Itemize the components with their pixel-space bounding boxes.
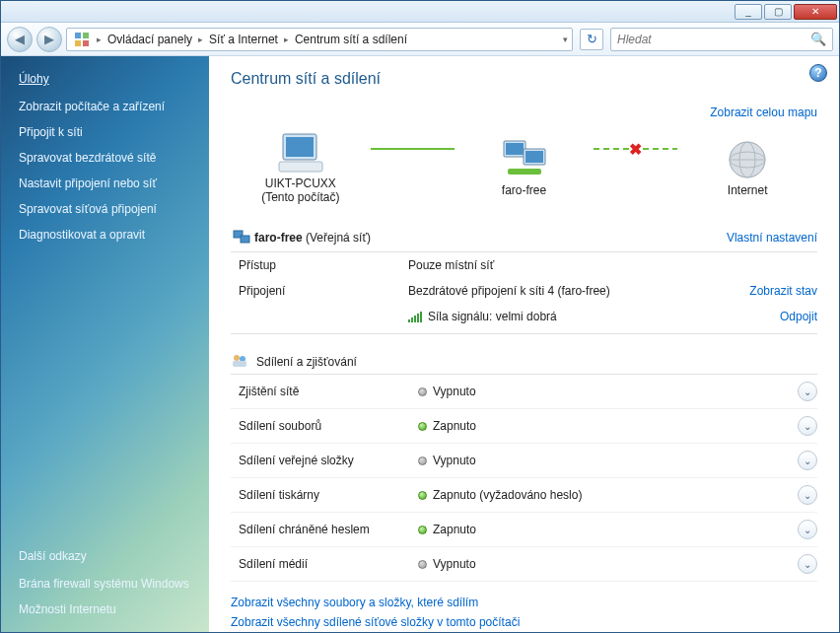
view-full-map-link[interactable]: Zobrazit celou mapu xyxy=(710,106,817,119)
back-button[interactable]: ◀ xyxy=(7,27,33,52)
customize-link[interactable]: Vlastní nastavení xyxy=(727,231,817,245)
sidebar-item[interactable]: Nastavit připojení nebo síť xyxy=(1,171,209,196)
svg-point-18 xyxy=(234,355,240,361)
help-icon[interactable]: ? xyxy=(809,64,827,82)
error-x-icon: ✖ xyxy=(628,141,644,157)
chevron-down-icon: ⌄ xyxy=(804,456,811,466)
network-name: faro-free (Veřejná síť) xyxy=(254,231,371,245)
sharing-row: Sdílení veřejné složkyVypnuto⌄ xyxy=(231,444,817,478)
computer-icon xyxy=(273,129,328,176)
sharing-key: Sdílení tiskárny xyxy=(231,488,418,502)
sidebar-item[interactable]: Diagnostikovat a opravit xyxy=(1,222,209,247)
expand-button[interactable]: ⌄ xyxy=(798,382,817,401)
status-off-icon xyxy=(418,457,427,465)
chevron-right-icon[interactable]: ▸ xyxy=(196,35,205,44)
sharing-value: Zapnuto (vyžadováno heslo) xyxy=(433,488,582,502)
maximize-button[interactable]: ▢ xyxy=(764,4,792,20)
expand-button[interactable]: ⌄ xyxy=(798,520,817,539)
expand-button[interactable]: ⌄ xyxy=(798,554,817,574)
titlebar: _ ▢ ✕ xyxy=(1,1,839,23)
search-icon[interactable]: 🔍 xyxy=(810,32,826,46)
sharing-key: Zjištění sítě xyxy=(231,385,418,398)
minimize-button[interactable]: _ xyxy=(735,4,762,20)
network-icon xyxy=(497,136,552,183)
sharing-value: Zapnuto xyxy=(433,523,476,536)
network-section: faro-free (Veřejná síť) Vlastní nastaven… xyxy=(231,224,817,334)
show-shared-folders-link[interactable]: Zobrazit všechny sdílené síťové složky v… xyxy=(231,615,817,629)
refresh-button[interactable]: ↻ xyxy=(580,29,603,50)
sharing-key: Sdílení souborů xyxy=(231,419,418,433)
view-status-link[interactable]: Zobrazit stav xyxy=(749,284,817,298)
breadcrumb[interactable]: Ovládací panely xyxy=(104,29,196,50)
map-node-label: UIKT-PCUXX xyxy=(265,176,336,190)
chevron-down-icon[interactable]: ▾ xyxy=(561,35,570,44)
search-input[interactable] xyxy=(617,33,810,46)
sidebar-item[interactable]: Připojit k síti xyxy=(1,119,209,145)
signal-icon xyxy=(408,311,422,322)
sharing-heading: Sdílení a zjišťování xyxy=(256,355,357,369)
sharing-row: Zjištění sítěVypnuto⌄ xyxy=(231,375,817,409)
page-title: Centrum sítí a sdílení xyxy=(231,70,817,88)
breadcrumb[interactable]: Centrum sítí a sdílení xyxy=(291,29,411,50)
map-node-label: Internet xyxy=(728,183,768,197)
people-icon xyxy=(231,354,250,370)
map-node-pc: UIKT-PCUXX (Tento počítač) xyxy=(231,129,371,204)
sidebar-also-heading: Další odkazy xyxy=(1,543,209,571)
body: Úlohy Zobrazit počítače a zařízení Připo… xyxy=(1,56,839,632)
sidebar: Úlohy Zobrazit počítače a zařízení Připo… xyxy=(1,56,209,632)
expand-button[interactable]: ⌄ xyxy=(798,416,817,436)
svg-rect-2 xyxy=(75,40,81,46)
sidebar-tasks-heading: Úlohy xyxy=(1,66,209,94)
chevron-down-icon: ⌄ xyxy=(804,387,811,397)
map-node-internet: Internet xyxy=(677,136,817,197)
window: _ ▢ ✕ ◀ ▶ ▸ Ovládací panely ▸ Síť a Inte… xyxy=(0,0,840,633)
sharing-key: Sdílení médií xyxy=(231,557,418,571)
chevron-right-icon[interactable]: ▸ xyxy=(282,35,291,44)
show-shared-files-link[interactable]: Zobrazit všechny soubory a složky, které… xyxy=(231,596,817,609)
sidebar-item[interactable]: Možnosti Internetu xyxy=(1,597,209,622)
signal-label: Síla signálu: velmi dobrá xyxy=(428,310,557,323)
sidebar-item[interactable]: Brána firewall systému Windows xyxy=(1,571,209,597)
svg-rect-5 xyxy=(286,137,314,157)
forward-button[interactable]: ▶ xyxy=(36,27,62,52)
svg-rect-11 xyxy=(508,169,541,175)
sharing-row: Sdílení tiskárnyZapnuto (vyžadováno hesl… xyxy=(231,478,817,513)
close-button[interactable]: ✕ xyxy=(794,4,837,20)
search-box[interactable]: 🔍 xyxy=(610,28,833,51)
network-small-icon xyxy=(231,230,254,246)
sharing-value: Vypnuto xyxy=(433,385,476,398)
disconnect-link[interactable]: Odpojit xyxy=(780,310,817,323)
globe-icon xyxy=(720,136,775,183)
svg-rect-0 xyxy=(75,33,81,38)
control-panel-icon xyxy=(73,31,91,48)
sharing-value: Vypnuto xyxy=(433,557,476,571)
sharing-key: Sdílení veřejné složky xyxy=(231,454,418,467)
svg-rect-10 xyxy=(525,151,543,163)
svg-rect-8 xyxy=(506,143,524,155)
breadcrumb[interactable]: Síť a Internet xyxy=(205,29,282,50)
sidebar-item[interactable]: Zobrazit počítače a zařízení xyxy=(1,94,209,119)
status-on-icon xyxy=(418,491,427,500)
sharing-row: Sdílení chráněné heslemZapnuto⌄ xyxy=(231,513,817,547)
network-map: UIKT-PCUXX (Tento počítač) faro-free ✖ xyxy=(231,129,817,204)
sidebar-item[interactable]: Spravovat síťová připojení xyxy=(1,196,209,222)
sidebar-item[interactable]: Spravovat bezdrátové sítě xyxy=(1,145,209,171)
prop-key: Připojení xyxy=(231,284,408,298)
prop-value: Pouze místní síť xyxy=(408,258,817,272)
map-node-network: faro-free xyxy=(455,136,595,197)
navbar: ◀ ▶ ▸ Ovládací panely ▸ Síť a Internet ▸… xyxy=(1,23,839,56)
chevron-down-icon: ⌄ xyxy=(804,525,811,535)
chevron-right-icon[interactable]: ▸ xyxy=(95,35,104,44)
sharing-section: Sdílení a zjišťování Zjištění sítěVypnut… xyxy=(231,348,817,582)
expand-button[interactable]: ⌄ xyxy=(798,485,817,505)
sharing-key: Sdílení chráněné heslem xyxy=(231,523,418,536)
sharing-value: Zapnuto xyxy=(433,419,476,433)
sharing-row: Sdílení médiíVypnuto⌄ xyxy=(231,547,817,582)
map-connection xyxy=(371,148,455,150)
expand-button[interactable]: ⌄ xyxy=(798,451,817,470)
map-connection-broken: ✖ xyxy=(594,148,677,150)
address-bar[interactable]: ▸ Ovládací panely ▸ Síť a Internet ▸ Cen… xyxy=(66,28,573,51)
prop-value: Bezdrátové připojení k síti 4 (faro-free… xyxy=(408,284,610,298)
chevron-down-icon: ⌄ xyxy=(804,421,811,432)
status-on-icon xyxy=(418,526,427,534)
